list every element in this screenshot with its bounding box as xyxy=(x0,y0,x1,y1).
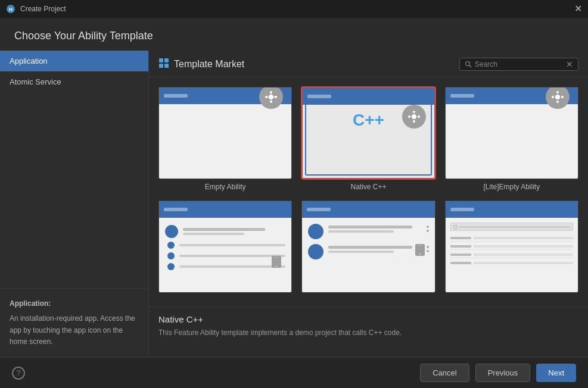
thumb-header-bar-native xyxy=(307,95,331,98)
search-circle-icon xyxy=(453,225,458,229)
svg-line-7 xyxy=(469,65,471,67)
previous-button[interactable]: Previous xyxy=(475,364,531,382)
list-row-3 xyxy=(165,252,285,259)
dialog: Choose Your Ability Template Application… xyxy=(0,18,588,388)
sl-label-3 xyxy=(450,254,471,256)
search-row-2 xyxy=(450,243,573,250)
biglist-line-2a xyxy=(328,246,412,249)
svg-point-23 xyxy=(556,91,559,93)
svg-rect-5 xyxy=(164,64,169,68)
list-line-2 xyxy=(179,244,285,246)
svg-point-24 xyxy=(561,96,564,98)
titlebar-left: H Create Project xyxy=(6,4,66,14)
footer-buttons: Cancel Previous Next xyxy=(420,364,576,382)
svg-point-21 xyxy=(408,115,410,118)
svg-point-19 xyxy=(418,115,420,118)
cancel-button[interactable]: Cancel xyxy=(420,364,469,382)
template-card-searchlist[interactable] xyxy=(445,201,578,296)
thumb-body-native: C++ xyxy=(303,105,434,136)
hub-icon xyxy=(259,87,283,109)
svg-point-17 xyxy=(412,114,416,119)
search-input[interactable] xyxy=(475,60,563,68)
dialog-body: Application Atomic Service Application: … xyxy=(0,51,588,357)
search-icon xyxy=(465,61,472,68)
thumb-body-biglist xyxy=(302,218,434,265)
svg-point-32 xyxy=(419,254,421,255)
list-dot-3 xyxy=(167,252,175,259)
thumb-header-bar-biglist xyxy=(307,208,331,211)
template-thumb-list xyxy=(158,201,292,293)
svg-point-18 xyxy=(413,111,415,113)
sl-label-4 xyxy=(450,262,471,264)
sl-label-1 xyxy=(450,237,471,239)
hub-svg xyxy=(264,90,278,104)
svg-point-10 xyxy=(275,96,277,98)
dot-4 xyxy=(427,250,429,252)
biglist-circle-2 xyxy=(308,244,323,259)
dot-1 xyxy=(427,226,429,228)
search-clear-button[interactable]: ✕ xyxy=(566,60,573,68)
cpp-text-icon: C++ xyxy=(353,111,384,130)
dot-2 xyxy=(427,230,429,232)
list-dot-2 xyxy=(167,242,175,249)
thumb-device-icon-biglist xyxy=(413,243,427,258)
search-box: ✕ xyxy=(459,58,578,71)
next-button[interactable]: Next xyxy=(536,364,576,382)
sidebar-desc-title: Application: xyxy=(10,298,139,309)
svg-text:H: H xyxy=(9,7,13,12)
svg-point-11 xyxy=(270,101,272,103)
template-card-lite-empty[interactable]: [Lite]Empty Ability xyxy=(445,87,578,191)
template-card-native-cpp[interactable]: C++ Nat xyxy=(301,87,435,191)
biglist-row-1 xyxy=(308,224,428,239)
hub-icon-native xyxy=(402,105,426,129)
hub-svg-native xyxy=(407,109,421,124)
search-row-4 xyxy=(450,260,573,266)
svg-point-29 xyxy=(276,265,278,267)
list-dot-4 xyxy=(167,263,175,270)
list-lines-1 xyxy=(183,228,285,235)
content-header: Template Market ✕ xyxy=(149,51,588,77)
titlebar-title: Create Project xyxy=(20,5,66,13)
thumb-header-bar-lite xyxy=(450,94,474,98)
hub-svg-lite xyxy=(550,90,565,104)
template-card-empty-ability[interactable]: Empty Ability xyxy=(158,87,292,191)
svg-point-20 xyxy=(413,120,415,123)
app-icon: H xyxy=(6,4,15,14)
biglist-circle-1 xyxy=(308,224,323,239)
template-card-biglist[interactable] xyxy=(301,201,435,296)
list-dot-1 xyxy=(165,225,178,238)
device-icon-svg-biglist xyxy=(413,243,427,256)
template-thumb-biglist xyxy=(301,201,435,293)
thumb-body-list xyxy=(159,218,291,277)
search-row-3 xyxy=(450,252,573,258)
thumb-header-bar-searchlist xyxy=(450,208,474,211)
biglist-dots-2 xyxy=(427,246,429,259)
market-icon xyxy=(158,58,169,71)
sl-value-1 xyxy=(474,237,573,239)
dialog-footer: ? Cancel Previous Next xyxy=(0,357,588,388)
sidebar: Application Atomic Service Application: … xyxy=(0,51,149,357)
sl-label-2 xyxy=(450,245,471,248)
svg-point-25 xyxy=(556,101,559,103)
titlebar: H Create Project ✕ xyxy=(0,0,588,18)
thumb-header-bar-list xyxy=(164,208,188,211)
list-line-1a xyxy=(183,228,265,231)
svg-rect-28 xyxy=(274,257,279,258)
sidebar-item-application[interactable]: Application xyxy=(0,51,148,71)
help-button[interactable]: ? xyxy=(12,367,25,380)
close-button[interactable]: ✕ xyxy=(574,4,582,14)
svg-rect-3 xyxy=(164,58,169,62)
market-title: Template Market xyxy=(174,59,455,70)
template-label-empty-ability: Empty Ability xyxy=(205,183,246,191)
template-market-icon xyxy=(158,58,169,68)
template-label-native-cpp: Native C++ xyxy=(350,183,386,191)
template-thumb-empty-ability xyxy=(158,87,292,179)
sidebar-item-atomic-service[interactable]: Atomic Service xyxy=(0,71,148,92)
biglist-lines-2 xyxy=(328,246,421,259)
svg-point-8 xyxy=(269,95,273,99)
list-row-1 xyxy=(165,225,285,238)
thumb-header-biglist xyxy=(302,201,434,218)
template-card-list[interactable] xyxy=(158,201,292,296)
sidebar-desc-text: An installation-required app. Access the… xyxy=(10,313,139,348)
svg-point-26 xyxy=(552,96,554,98)
